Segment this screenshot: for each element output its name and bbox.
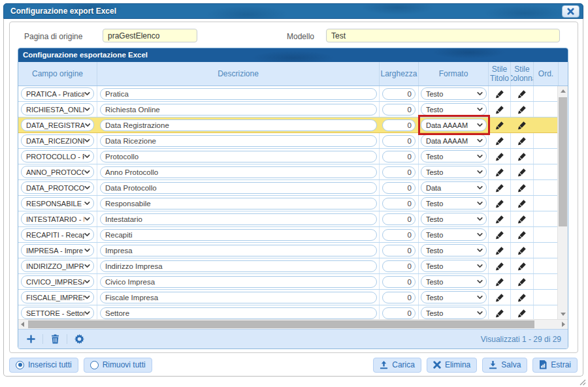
stile-titolo-button[interactable] xyxy=(495,215,504,224)
scroll-up-arrow-icon[interactable] xyxy=(561,89,566,93)
larghezza-input[interactable]: 0 xyxy=(382,151,416,163)
larghezza-input[interactable]: 0 xyxy=(382,276,416,288)
remove-all-button[interactable]: Rimuovi tutti xyxy=(84,358,152,373)
campo-origine-select[interactable]: RESPONSABILE - xyxy=(21,197,94,209)
larghezza-input[interactable]: 0 xyxy=(382,229,416,241)
campo-origine-select[interactable]: INDIRIZZO_IMPR xyxy=(21,260,94,272)
formato-select[interactable]: Data xyxy=(421,181,487,194)
campo-origine-select[interactable]: ANNO_PROTOCC xyxy=(21,166,94,178)
descrizione-input[interactable]: Data Ricezione xyxy=(100,135,377,147)
formato-select[interactable]: Data AAAAM xyxy=(421,119,487,131)
campo-origine-select[interactable]: RICHIESTA_ONLII xyxy=(21,103,94,116)
model-input[interactable] xyxy=(326,29,560,42)
stile-titolo-button[interactable] xyxy=(495,262,504,271)
stile-colonna-button[interactable] xyxy=(517,277,527,286)
stile-titolo-button[interactable] xyxy=(495,136,504,146)
stile-colonna-button[interactable] xyxy=(517,121,527,130)
formato-select[interactable]: Testo xyxy=(421,291,487,303)
campo-origine-select[interactable]: SETTORE - Settor xyxy=(21,307,94,319)
horizontal-scrollbar-thumb[interactable] xyxy=(28,320,534,328)
resize-handle-icon[interactable] xyxy=(580,379,586,386)
formato-select[interactable]: Testo xyxy=(421,197,487,209)
stile-colonna-button[interactable] xyxy=(517,293,527,302)
larghezza-input[interactable]: 0 xyxy=(382,213,416,225)
larghezza-input[interactable]: 0 xyxy=(382,260,416,272)
larghezza-input[interactable]: 0 xyxy=(382,292,416,303)
stile-colonna-button[interactable] xyxy=(517,168,527,177)
formato-select[interactable]: Testo xyxy=(421,307,487,319)
vertical-scrollbar[interactable] xyxy=(557,86,568,319)
descrizione-input[interactable]: Civico Impresa xyxy=(100,276,377,288)
larghezza-input[interactable]: 0 xyxy=(382,104,416,116)
campo-origine-select[interactable]: RECAPITI - Recap xyxy=(21,228,94,241)
descrizione-input[interactable]: Impresa xyxy=(100,245,377,256)
larghezza-input[interactable]: 0 xyxy=(382,135,416,147)
larghezza-input[interactable]: 0 xyxy=(382,198,416,209)
campo-origine-select[interactable]: DATA_PROTOCO xyxy=(21,181,94,194)
dialog-titlebar[interactable]: Configurazione export Excel xyxy=(3,3,583,19)
formato-select[interactable]: Testo xyxy=(421,166,487,178)
descrizione-input[interactable]: Richiesta Online xyxy=(100,104,377,116)
larghezza-input[interactable]: 0 xyxy=(382,166,416,178)
descrizione-input[interactable]: Fiscale Impresa xyxy=(100,292,377,303)
stile-titolo-button[interactable] xyxy=(495,293,504,302)
formato-select[interactable]: Testo xyxy=(421,213,487,225)
stile-titolo-button[interactable] xyxy=(495,152,504,161)
add-row-button[interactable] xyxy=(25,333,37,345)
stile-titolo-button[interactable] xyxy=(495,121,504,130)
stile-colonna-button[interactable] xyxy=(517,89,527,99)
extract-button[interactable]: Estrai xyxy=(532,358,578,373)
descrizione-input[interactable]: Responsabile xyxy=(100,198,377,209)
campo-origine-select[interactable]: DATA_RICEZIONE xyxy=(21,134,94,147)
stile-colonna-button[interactable] xyxy=(517,309,527,318)
descrizione-input[interactable]: Pratica xyxy=(100,88,377,100)
stile-colonna-button[interactable] xyxy=(517,152,527,161)
close-button[interactable] xyxy=(562,5,580,18)
delete-row-button[interactable] xyxy=(49,333,61,345)
campo-origine-select[interactable]: DATA_REGISTRAZ xyxy=(21,119,94,131)
stile-colonna-button[interactable] xyxy=(517,262,527,271)
campo-origine-select[interactable]: PROTOCOLLO - F xyxy=(21,150,94,163)
formato-select[interactable]: Data AAAAM xyxy=(421,134,487,147)
campo-origine-select[interactable]: PRATICA - Pratica xyxy=(21,87,94,100)
larghezza-input[interactable]: 0 xyxy=(382,182,416,194)
source-page-input[interactable] xyxy=(103,29,197,42)
larghezza-input[interactable]: 0 xyxy=(382,119,416,131)
scroll-down-arrow-icon[interactable] xyxy=(561,313,566,316)
stile-titolo-button[interactable] xyxy=(495,199,504,208)
horizontal-scrollbar[interactable] xyxy=(18,319,568,329)
load-button[interactable]: Carica xyxy=(373,358,421,373)
insert-all-button[interactable]: Inserisci tutti xyxy=(9,358,78,373)
formato-select[interactable]: Testo xyxy=(421,150,487,163)
descrizione-input[interactable]: Data Registrazione xyxy=(100,119,377,131)
campo-origine-select[interactable]: FISCALE_IMPRES xyxy=(21,291,94,303)
stile-colonna-button[interactable] xyxy=(517,215,527,224)
stile-titolo-button[interactable] xyxy=(495,168,504,177)
descrizione-input[interactable]: Intestatario xyxy=(100,213,377,225)
stile-colonna-button[interactable] xyxy=(517,183,527,193)
stile-titolo-button[interactable] xyxy=(495,246,504,255)
formato-select[interactable]: Testo xyxy=(421,87,487,100)
formato-select[interactable]: Testo xyxy=(421,260,487,272)
campo-origine-select[interactable]: CIVICO_IMPRESA xyxy=(21,275,94,288)
stile-titolo-button[interactable] xyxy=(495,230,504,240)
formato-select[interactable]: Testo xyxy=(421,275,487,288)
stile-titolo-button[interactable] xyxy=(495,105,504,114)
delete-button[interactable]: Elimina xyxy=(427,358,477,373)
larghezza-input[interactable]: 0 xyxy=(382,307,416,319)
stile-colonna-button[interactable] xyxy=(517,105,527,114)
stile-titolo-button[interactable] xyxy=(495,277,504,286)
descrizione-input[interactable]: Protocollo xyxy=(100,151,377,163)
vertical-scrollbar-thumb[interactable] xyxy=(559,97,567,226)
descrizione-input[interactable]: Settore xyxy=(100,307,377,319)
scroll-left-arrow-icon[interactable] xyxy=(21,322,24,327)
stile-colonna-button[interactable] xyxy=(517,199,527,208)
descrizione-input[interactable]: Indirizzo Impresa xyxy=(100,260,377,272)
formato-select[interactable]: Testo xyxy=(421,228,487,241)
scroll-right-arrow-icon[interactable] xyxy=(562,322,565,327)
stile-titolo-button[interactable] xyxy=(495,309,504,318)
campo-origine-select[interactable]: INTESTATARIO - I xyxy=(21,213,94,225)
save-button[interactable]: Salva xyxy=(482,358,527,373)
stile-titolo-button[interactable] xyxy=(495,183,504,193)
descrizione-input[interactable]: Anno Protocollo xyxy=(100,166,377,178)
